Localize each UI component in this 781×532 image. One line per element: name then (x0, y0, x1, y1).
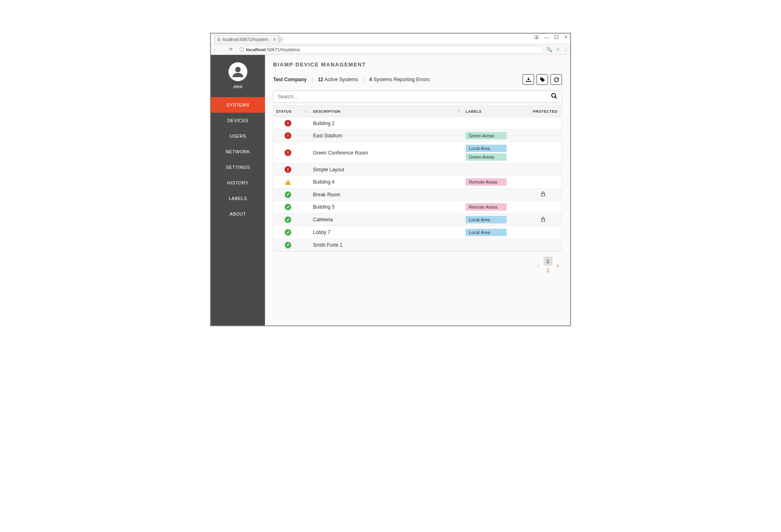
labels-cell: Remote Areas (463, 176, 525, 188)
avatar[interactable] (228, 62, 247, 81)
lock-icon (540, 216, 546, 223)
labels-cell (463, 192, 525, 197)
minimize-button[interactable]: — (544, 35, 549, 40)
label-tag[interactable]: Local Area (466, 145, 507, 152)
status-cell (274, 118, 302, 129)
tab-edge (278, 35, 284, 44)
zoom-icon[interactable]: 🔍 (546, 47, 553, 52)
search-box (273, 91, 562, 103)
warning-icon (285, 179, 291, 185)
page-number[interactable]: 2 (544, 266, 553, 275)
tab-title: localhost:50671/#system: (223, 37, 269, 42)
user-profile-icon[interactable] (534, 35, 539, 39)
refresh-button[interactable] (550, 74, 562, 85)
label-tag[interactable]: Green Areas (466, 132, 507, 139)
site-info-icon[interactable]: i (240, 47, 244, 52)
company-name: Test Company (273, 77, 307, 82)
col-status[interactable]: STATUS (274, 106, 302, 117)
page-number[interactable]: 1 (544, 257, 553, 266)
forward-button[interactable]: → (221, 47, 226, 52)
close-tab-icon[interactable]: ✕ (273, 37, 276, 42)
table-row[interactable]: Simple Layout (274, 164, 562, 176)
maximize-button[interactable] (555, 35, 558, 39)
table-row[interactable]: Smith Forte 1 (274, 239, 562, 251)
table-row[interactable]: Green Conference RoomLocal AreaGreen Are… (274, 142, 562, 164)
protected-cell (525, 133, 562, 138)
username: etest (233, 84, 242, 89)
description-cell: Building 4 (311, 177, 455, 187)
main-content: BIAMP DEVICE MANAGEMENT Test Company | 1… (265, 55, 570, 325)
error-icon (285, 150, 291, 156)
tag-button[interactable] (537, 74, 548, 85)
status-cell (274, 147, 302, 159)
sidebar-item-about[interactable]: ABOUT (211, 206, 265, 222)
status-cell (274, 239, 302, 251)
status-cell (274, 227, 302, 238)
svg-rect-6 (541, 219, 545, 221)
menu-icon[interactable]: ⋮ (563, 47, 568, 52)
page-next[interactable]: › (555, 262, 560, 269)
sidebar-item-network[interactable]: NETWORK (211, 144, 265, 159)
label-tag[interactable]: Green Areas (466, 153, 507, 161)
ok-icon (285, 229, 291, 236)
bookmark-icon[interactable]: ☆ (556, 47, 560, 52)
protected-cell (525, 230, 562, 235)
label-tag[interactable]: Remote Areas (466, 178, 507, 186)
lock-icon (540, 191, 546, 198)
back-button[interactable]: ← (213, 47, 218, 52)
status-cell (274, 189, 302, 200)
col-labels[interactable]: LABELS (463, 106, 525, 117)
description-cell: Lobby 7 (311, 227, 455, 238)
sidebar-item-systems[interactable]: SYSTEMS (211, 97, 265, 113)
sort-description-icon[interactable]: ↑ (455, 106, 463, 117)
labels-cell: Local Area (463, 226, 525, 239)
protected-cell (525, 189, 562, 200)
table-row[interactable]: East StadiumGreen Areas (274, 130, 562, 142)
description-cell: Simple Layout (311, 164, 455, 175)
table-row[interactable]: CafeteriaLocal Area (274, 214, 562, 226)
summary-row: Test Company | 12 Active Systems | 4 Sys… (265, 71, 570, 91)
sidebar-item-devices[interactable]: DEVICES (211, 113, 265, 128)
ok-icon (285, 242, 291, 248)
description-cell: Smith Forte 1 (311, 240, 455, 250)
url-rest: :50671/#systems (266, 47, 300, 52)
sidebar: etest SYSTEMSDEVICESUSERSNETWORKSETTINGS… (211, 55, 265, 325)
page-header: BIAMP DEVICE MANAGEMENT (265, 55, 570, 71)
table-row[interactable]: Building 5Remote Areas (274, 201, 562, 214)
url-input[interactable]: i localhost:50671/#systems (236, 46, 543, 53)
error-icon (285, 120, 291, 127)
table-row[interactable]: Building 2 (274, 117, 562, 130)
search-icon[interactable] (551, 93, 557, 101)
protected-cell (525, 150, 562, 155)
description-cell: Break Room (311, 189, 455, 200)
protected-cell (525, 214, 562, 226)
protected-cell (525, 243, 562, 248)
reload-button[interactable]: ⟳ (229, 47, 233, 52)
page-icon: 🗎 (217, 37, 221, 42)
status-cell (274, 214, 302, 225)
sidebar-item-users[interactable]: USERS (211, 128, 265, 144)
sidebar-item-labels[interactable]: LABELS (211, 191, 265, 206)
browser-tab[interactable]: 🗎 localhost:50671/#system: ✕ (214, 35, 279, 44)
pagination: ‹ 12 › (273, 252, 562, 280)
col-description[interactable]: DESCRIPTION (311, 106, 455, 117)
page-prev[interactable]: ‹ (535, 262, 541, 269)
close-window-button[interactable]: ✕ (564, 34, 568, 40)
label-tag[interactable]: Remote Areas (466, 203, 507, 211)
sidebar-item-settings[interactable]: SETTINGS (211, 159, 265, 175)
col-protected[interactable]: PROTECTED (525, 106, 562, 117)
app-root: etest SYSTEMSDEVICESUSERSNETWORKSETTINGS… (211, 55, 570, 325)
search-input[interactable] (278, 94, 551, 100)
protected-cell (525, 180, 562, 184)
download-button[interactable] (523, 74, 534, 85)
table-row[interactable]: Lobby 7Local Area (274, 226, 562, 239)
sort-status-icon[interactable]: ↓ (302, 106, 311, 117)
labels-cell: Green Areas (463, 130, 525, 142)
label-tag[interactable]: Local Area (466, 229, 507, 236)
table-row[interactable]: Building 4Remote Areas (274, 176, 562, 189)
ok-icon (285, 216, 291, 223)
table-row[interactable]: Break Room (274, 189, 562, 201)
ok-icon (285, 204, 291, 210)
label-tag[interactable]: Local Area (466, 216, 507, 223)
sidebar-item-history[interactable]: HISTORY (211, 175, 265, 191)
